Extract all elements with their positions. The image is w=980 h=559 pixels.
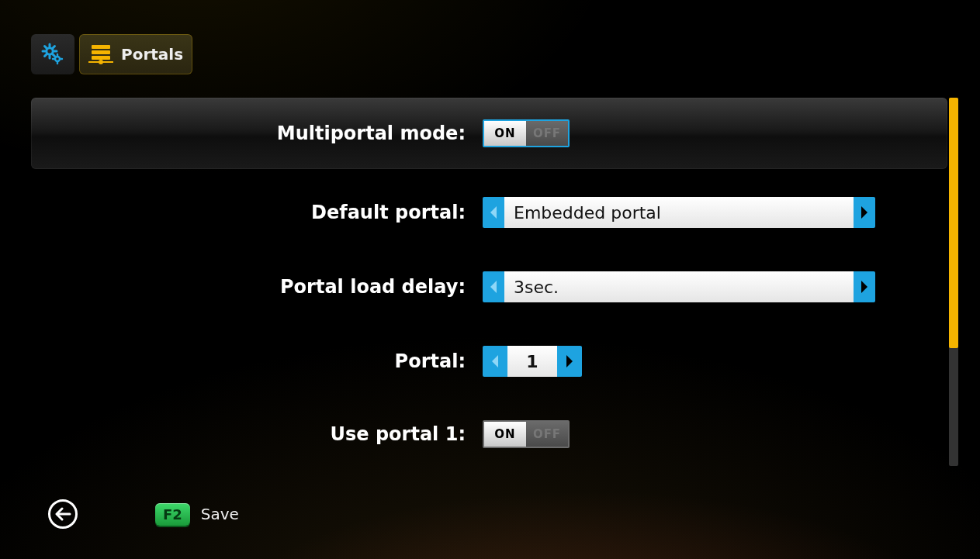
toggle-on: ON <box>484 121 526 146</box>
svg-marker-21 <box>490 281 497 293</box>
portal-prev[interactable] <box>483 346 507 377</box>
chevron-left-icon <box>489 205 498 219</box>
chevron-right-icon <box>860 205 869 219</box>
row-use-portal1: Use portal 1: ON OFF <box>31 420 947 448</box>
toggle-off: OFF <box>526 121 568 146</box>
svg-marker-24 <box>566 355 573 367</box>
tab-portals[interactable]: Portals <box>79 34 192 74</box>
chevron-left-icon <box>489 280 498 294</box>
server-icon <box>88 43 113 66</box>
portal-stepper[interactable]: 1 <box>483 346 582 377</box>
load-delay-value: 3sec. <box>504 271 854 302</box>
row-multiportal: Multiportal mode: ON OFF <box>31 98 947 169</box>
chevron-right-icon <box>860 280 869 294</box>
load-delay-label: Portal load delay: <box>31 276 483 298</box>
default-portal-next[interactable] <box>854 197 875 228</box>
settings-panel: Multiportal mode: ON OFF Default portal:… <box>31 98 947 466</box>
svg-line-7 <box>45 54 47 56</box>
load-delay-next[interactable] <box>854 271 875 302</box>
default-portal-selector[interactable]: Embedded portal <box>483 197 875 228</box>
fkey-badge: F2 <box>155 503 190 526</box>
load-delay-selector[interactable]: 3sec. <box>483 271 875 302</box>
default-portal-prev[interactable] <box>483 197 504 228</box>
svg-marker-20 <box>861 206 867 219</box>
portal-value: 1 <box>507 346 557 377</box>
svg-point-9 <box>55 57 60 61</box>
svg-point-18 <box>99 60 103 64</box>
svg-marker-19 <box>490 206 497 219</box>
svg-line-5 <box>45 47 47 48</box>
chevron-right-icon <box>565 354 574 368</box>
scrollbar[interactable] <box>949 98 958 466</box>
save-action[interactable]: F2 Save <box>155 503 239 526</box>
toggle-on: ON <box>484 422 526 447</box>
svg-rect-14 <box>92 45 110 49</box>
toggle-off: OFF <box>526 422 568 447</box>
svg-marker-23 <box>492 355 498 367</box>
svg-line-8 <box>53 47 54 48</box>
svg-rect-16 <box>92 56 110 60</box>
arrow-left-icon <box>54 507 71 521</box>
use-portal1-label: Use portal 1: <box>31 423 483 445</box>
tab-portals-label: Portals <box>121 45 183 64</box>
chevron-left-icon <box>490 354 500 368</box>
default-portal-value: Embedded portal <box>504 197 854 228</box>
svg-rect-15 <box>92 50 110 54</box>
tab-settings[interactable] <box>31 34 74 74</box>
svg-marker-22 <box>861 281 867 293</box>
portal-label: Portal: <box>31 350 483 372</box>
row-portal: Portal: 1 <box>31 346 947 377</box>
multiportal-label: Multiportal mode: <box>31 122 483 144</box>
multiportal-toggle[interactable]: ON OFF <box>483 119 570 147</box>
footer-bar: F2 Save <box>0 469 980 559</box>
portal-next[interactable] <box>557 346 582 377</box>
svg-line-6 <box>53 54 54 56</box>
back-button[interactable] <box>48 499 78 529</box>
row-default-portal: Default portal: Embedded portal <box>31 197 947 228</box>
gear-icon <box>41 43 64 66</box>
load-delay-prev[interactable] <box>483 271 504 302</box>
save-label: Save <box>201 505 239 523</box>
row-load-delay: Portal load delay: 3sec. <box>31 271 947 302</box>
svg-point-0 <box>47 48 53 54</box>
use-portal1-toggle[interactable]: ON OFF <box>483 420 570 448</box>
default-portal-label: Default portal: <box>31 202 483 223</box>
scrollbar-thumb[interactable] <box>949 98 958 348</box>
breadcrumb-tabs: Portals <box>31 34 192 74</box>
